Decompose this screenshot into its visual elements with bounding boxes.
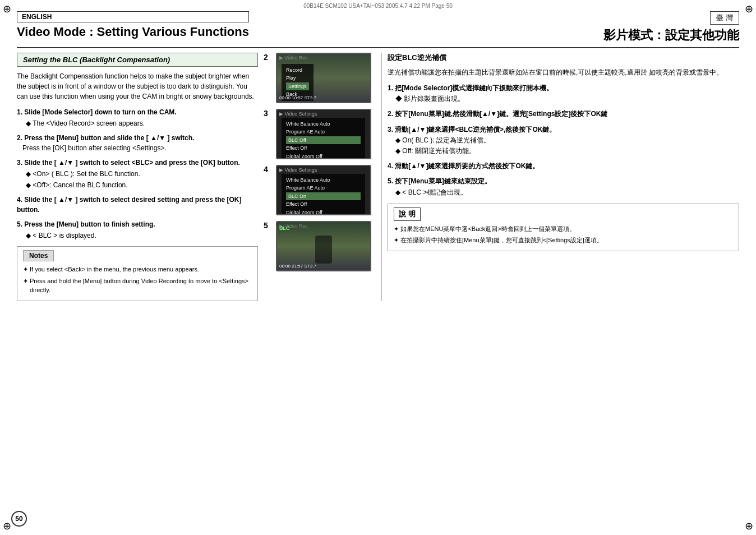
screens-column: 2 ▶ Video Rec Record Play Settings Back … bbox=[264, 53, 376, 301]
step-3-subs: <On> ( BLC ): Set the BLC function. <Off… bbox=[17, 169, 258, 190]
zh-step-4: 4. 滑動[▲/▼]鍵來選擇所要的方式然後按下OK鍵。 bbox=[388, 161, 739, 172]
page-title-en: Video Mode : Setting Various Functions bbox=[17, 25, 249, 39]
screen-mock-2: ▶ Video Rec Record Play Settings Back 00… bbox=[276, 53, 371, 103]
zh-note-2: 在拍攝影片中持續按住[Menu菜單]鍵，您可直接跳到<[Settings設定]選… bbox=[394, 236, 733, 245]
zh-note-1: 如果您在MENU菜單中選<Back返回>時會回到上一個菜單選項。 bbox=[394, 224, 733, 234]
left-column: Setting the BLC (Backlight Compensation)… bbox=[17, 53, 258, 301]
right-header: 臺 灣 影片模式：設定其他功能 bbox=[603, 11, 739, 44]
header: ENGLISH Video Mode : Setting Various Fun… bbox=[17, 11, 739, 48]
note-2: Press and hold the [Menu] button during … bbox=[23, 276, 252, 295]
screen-2: 2 ▶ Video Rec Record Play Settings Back … bbox=[264, 53, 376, 103]
right-column: 設定BLC逆光補償 逆光補償功能讓您在拍攝的主題比背景還暗如站在窗口前的時候,可… bbox=[388, 53, 739, 301]
intro-text-zh: 逆光補償功能讓您在拍攝的主題比背景還暗如站在窗口前的時候,可以使主題較亮,適用於… bbox=[388, 67, 739, 77]
notes-zh-box: 說 明 如果您在MENU菜單中選<Back返回>時會回到上一個菜單選項。 在拍攝… bbox=[388, 204, 739, 251]
reg-mark-tl: ⊕ bbox=[3, 3, 11, 15]
steps-list-en: 1. Slide [Mode Selector] down to turn on… bbox=[17, 107, 258, 241]
step-5-en: 5. Press the [Menu] button to finish set… bbox=[17, 219, 258, 241]
screen-mock-3: ▶ Video Settings White Balance Auto Prog… bbox=[276, 109, 371, 159]
step-5-subs: < BLC > is displayed. bbox=[17, 230, 258, 241]
zh-step-3: 3. 滑動[▲/▼]鍵來選擇<BLC逆光補償>,然後按下OK鍵。 On( BLC… bbox=[388, 124, 739, 157]
main-content: Setting the BLC (Backlight Compensation)… bbox=[17, 53, 739, 301]
section-heading-en: Setting the BLC (Backlight Compensation) bbox=[17, 53, 258, 67]
reg-mark-br: ⊕ bbox=[745, 520, 753, 532]
taiwan-badge: 臺 灣 bbox=[710, 11, 739, 25]
step-1-subs: The <Video Record> screen appears. bbox=[17, 118, 258, 128]
zh-step-1: 1. 把[Mode Selector]模式選擇鍵向下扳動來打開本機。 影片錄製畫… bbox=[388, 83, 739, 104]
step-2-en: 2. Press the [Menu] button and slide the… bbox=[17, 133, 258, 153]
col-divider bbox=[381, 53, 382, 301]
step-3-en: 3. Slide the [ ▲/▼ ] switch to select <B… bbox=[17, 158, 258, 190]
reg-mark-bl: ⊕ bbox=[3, 520, 11, 532]
menu-3-list: White Balance Auto Program AE Auto BLC O… bbox=[282, 118, 365, 159]
left-header: ENGLISH Video Mode : Setting Various Fun… bbox=[17, 11, 249, 39]
notes-box: Notes If you select <Back> in the menu, … bbox=[17, 246, 258, 301]
file-info: 00B14E SCM102 USA+TAI~053 2005.4.7 4:22 … bbox=[303, 3, 453, 9]
reg-mark-tr: ⊕ bbox=[745, 3, 753, 15]
menu-4-list: White Balance Auto Program AE Auto BLC O… bbox=[282, 174, 365, 215]
notes-zh-title: 說 明 bbox=[394, 207, 421, 221]
zh-step-5: 5. 按下[Menu菜單]鍵來結束設定。 < BLC >標記會出現。 bbox=[388, 176, 739, 197]
zh-steps-list: 1. 把[Mode Selector]模式選擇鍵向下扳動來打開本機。 影片錄製畫… bbox=[388, 83, 739, 198]
screen-mock-4: ▶ Video Settings White Balance Auto Prog… bbox=[276, 165, 371, 215]
step-1-en: 1. Slide [Mode Selector] down to turn on… bbox=[17, 107, 258, 128]
section-heading-zh: 設定BLC逆光補償 bbox=[388, 53, 739, 63]
screen-5: 5 ▶ Video Rec BLC 00:00 21:57 ST3.7 bbox=[264, 221, 376, 271]
english-badge: ENGLISH bbox=[17, 11, 249, 22]
screen-4: 4 ▶ Video Settings White Balance Auto Pr… bbox=[264, 165, 376, 215]
notes-title: Notes bbox=[23, 250, 54, 261]
screen-mock-5: ▶ Video Rec BLC 00:00 21:57 ST3.7 bbox=[276, 221, 371, 271]
note-1: If you select <Back> in the menu, the pr… bbox=[23, 265, 252, 274]
intro-text-en: The Backlight Compensation function help… bbox=[17, 71, 258, 102]
zh-step-2: 2. 按下[Menu菜單]鍵,然後滑動[▲/▼]鍵。選完[Settings設定]… bbox=[388, 109, 739, 119]
page-number: 50 bbox=[11, 511, 27, 527]
screen-3: 3 ▶ Video Settings White Balance Auto Pr… bbox=[264, 109, 376, 159]
step-4-en: 4. Slide the [ ▲/▼ ] switch to select de… bbox=[17, 195, 258, 215]
page-title-zh: 影片模式：設定其他功能 bbox=[603, 27, 739, 44]
